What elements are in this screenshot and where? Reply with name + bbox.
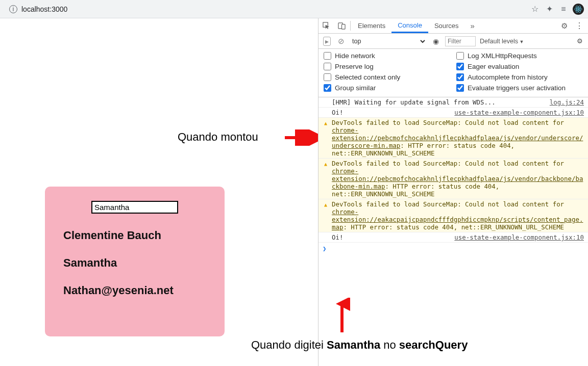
bookmark-star-icon[interactable]: [530, 4, 540, 14]
annotation-mounted-text: Quando montou: [178, 130, 258, 144]
tab-console[interactable]: Console: [391, 18, 428, 33]
log-row: Oi! use-state-example-component.jsx:10: [318, 232, 588, 243]
devtools-settings-icon[interactable]: [557, 21, 571, 31]
log-levels-dropdown[interactable]: Default levels: [480, 38, 524, 45]
opt-group-similar[interactable]: Group similar: [324, 84, 450, 92]
log-row-warning: DevTools failed to load SourceMap: Could…: [318, 118, 588, 159]
opt-log-xhr[interactable]: Log XMLHttpRequests: [456, 52, 583, 60]
tab-elements[interactable]: Elements: [352, 18, 391, 33]
device-toggle-icon[interactable]: [334, 18, 349, 33]
warning-icon: [323, 160, 329, 167]
log-row-warning: DevTools failed to load SourceMap: Could…: [318, 199, 588, 232]
console-log: [HMR] Waiting for update signal from WDS…: [318, 97, 588, 254]
svg-rect-7: [341, 24, 345, 29]
react-devtools-extension-icon[interactable]: [573, 4, 584, 15]
user-name: Clementine Bauch: [63, 229, 206, 242]
opt-selected-ctx[interactable]: Selected context only: [324, 73, 450, 81]
user-email: Nathan@yesenia.net: [63, 284, 206, 297]
log-source-link[interactable]: use-state-example-component.jsx:10: [454, 109, 584, 116]
opt-preserve-log[interactable]: Preserve log: [324, 63, 450, 70]
console-toolbar: top Default levels: [318, 34, 588, 49]
browser-toolbar: i localhost:3000: [0, 0, 588, 18]
annotation-mounted: Quando montou: [178, 130, 258, 144]
site-info-icon[interactable]: i: [9, 5, 17, 13]
warning-icon: [323, 200, 329, 208]
devtools-menu-icon[interactable]: [573, 21, 586, 31]
console-settings-icon[interactable]: [575, 36, 585, 46]
warning-icon: [323, 119, 329, 126]
opt-eager-eval[interactable]: Eager evaluation: [456, 63, 583, 70]
opt-eval-triggers[interactable]: Evaluate triggers user activation: [456, 84, 583, 92]
arrow-up-icon: [334, 298, 350, 334]
context-selector[interactable]: top: [350, 37, 427, 45]
address-bar[interactable]: i localhost:3000: [4, 2, 157, 16]
log-row: Oi! use-state-example-component.jsx:10: [318, 108, 588, 118]
inspect-element-icon[interactable]: [318, 18, 334, 33]
more-tabs-icon[interactable]: [465, 18, 480, 33]
url-text: localhost:3000: [21, 5, 67, 13]
user-card: Clementine Bauch Samantha Nathan@yesenia…: [45, 187, 225, 336]
user-username: Samantha: [63, 256, 206, 270]
devtools-panel: Elements Console Sources top Default lev…: [318, 18, 588, 366]
svg-point-0: [578, 8, 579, 10]
tab-sources[interactable]: Sources: [428, 18, 465, 33]
opt-hide-network[interactable]: Hide network: [324, 52, 450, 60]
search-input[interactable]: [91, 201, 178, 214]
log-source-link[interactable]: use-state-example-component.jsx:10: [454, 233, 584, 241]
live-expression-icon[interactable]: [431, 36, 441, 46]
log-row: [HMR] Waiting for update signal from WDS…: [318, 97, 588, 108]
console-prompt[interactable]: [318, 243, 588, 254]
annotation-typed: Quando digitei Samantha no searchQuery: [251, 338, 468, 352]
opt-autocomplete[interactable]: Autocomplete from history: [456, 73, 583, 81]
console-filter-input[interactable]: [445, 36, 476, 46]
reading-list-icon[interactable]: [558, 4, 569, 14]
log-source-link[interactable]: log.js:24: [550, 98, 584, 106]
extensions-icon[interactable]: [544, 4, 554, 14]
clear-console-icon[interactable]: [336, 36, 346, 46]
page-content: Clementine Bauch Samantha Nathan@yesenia…: [0, 18, 318, 366]
log-row-warning: DevTools failed to load SourceMap: Could…: [318, 159, 588, 199]
arrow-right-icon: [284, 129, 321, 146]
devtools-tab-bar: Elements Console Sources: [318, 18, 588, 34]
sidebar-toggle-icon[interactable]: [322, 36, 332, 46]
console-settings-grid: Hide network Log XMLHttpRequests Preserv…: [318, 49, 588, 97]
